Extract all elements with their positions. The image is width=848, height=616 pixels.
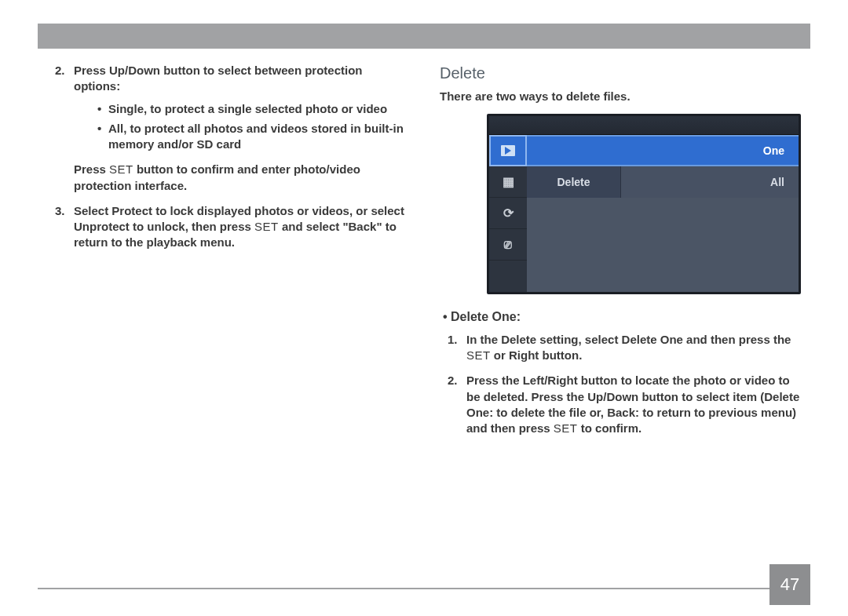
- press-set-line: Press SET button to confirm and enter ph…: [74, 162, 408, 194]
- texture-icon: ▦: [489, 166, 527, 198]
- protect-options-list: Single, to protect a single selected pho…: [74, 101, 408, 153]
- manual-page: 2. Press Up/Down button to select betwee…: [0, 0, 848, 616]
- step-number: 2.: [448, 373, 458, 388]
- camera-body: ▦ ⟳ ⎚ One Delete All: [489, 135, 799, 292]
- playback-glyph: [501, 145, 515, 156]
- menu-label-delete: Delete: [527, 166, 621, 198]
- content-columns: 2. Press Up/Down button to select betwee…: [47, 63, 801, 569]
- page-number-box: 47: [769, 564, 810, 605]
- menu-empty-area: [527, 198, 799, 292]
- camera-menu: ▦ ⟳ ⎚ One Delete All: [487, 114, 801, 294]
- refresh-icon: ⟳: [489, 198, 527, 229]
- footer-rule: [38, 588, 769, 589]
- menu-main: One Delete All: [527, 135, 799, 292]
- menu-option-all: All: [621, 175, 799, 190]
- step-2: 2. Press Up/Down button to select betwee…: [47, 63, 408, 194]
- delete-step1-prefix: In the Delete setting, select Delete One…: [466, 333, 791, 346]
- set-label: SET: [109, 162, 133, 176]
- usb-glyph: ⎚: [504, 236, 512, 253]
- menu-sidebar: ▦ ⟳ ⎚: [489, 135, 527, 292]
- usb-icon: ⎚: [489, 229, 527, 261]
- delete-step-2: 2. Press the Left/Right button to locate…: [440, 373, 801, 436]
- option-one-label: One: [763, 144, 784, 159]
- delete-intro: There are two ways to delete files.: [440, 89, 801, 104]
- page-number: 47: [780, 574, 799, 595]
- set-label: SET: [254, 220, 279, 233]
- option-single: Single, to protect a single selected pho…: [97, 101, 408, 117]
- menu-row-delete-all: Delete All: [527, 166, 799, 198]
- step-number: 3.: [55, 203, 65, 219]
- refresh-glyph: ⟳: [503, 205, 514, 222]
- header-bar: [38, 24, 810, 49]
- play-icon: [489, 135, 527, 166]
- set-label: SET: [466, 348, 491, 362]
- camera-screenshot: ▦ ⟳ ⎚ One Delete All: [440, 114, 801, 294]
- delete-one-subhead: • Delete One:: [440, 308, 801, 326]
- step-2-text: Press Up/Down button to select between p…: [74, 64, 363, 93]
- protect-steps: 2. Press Up/Down button to select betwee…: [47, 63, 408, 251]
- step-number: 2.: [55, 63, 65, 78]
- delete-one-steps: 1. In the Delete setting, select Delete …: [440, 332, 801, 437]
- delete-step1-suffix: or Right button.: [491, 348, 583, 362]
- texture-glyph: ▦: [503, 173, 514, 191]
- camera-bezel: [489, 116, 799, 135]
- delete-step2-suffix: to confirm.: [578, 421, 642, 435]
- menu-option-one: One: [527, 135, 799, 166]
- step-number: 1.: [448, 332, 458, 348]
- option-all: All, to protect all photos and videos st…: [97, 121, 408, 153]
- right-column: Delete There are two ways to delete file…: [440, 63, 801, 569]
- delete-step-1: 1. In the Delete setting, select Delete …: [440, 332, 801, 364]
- press-prefix: Press: [74, 162, 109, 176]
- delete-heading: Delete: [440, 63, 801, 84]
- left-column: 2. Press Up/Down button to select betwee…: [47, 63, 408, 569]
- step-3: 3. Select Protect to lock displayed phot…: [47, 203, 408, 251]
- set-label: SET: [554, 421, 578, 435]
